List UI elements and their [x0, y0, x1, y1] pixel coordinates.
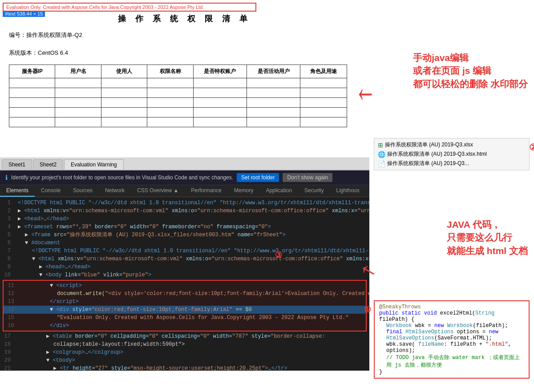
excel-icon: ⊞: [378, 141, 383, 149]
code-line: 17 ▶ <table border="0" cellpadding="0" c…: [0, 332, 369, 340]
doc-subtitle: 编号：操作系统权限清单-Q2: [9, 31, 82, 39]
set-root-folder-button[interactable]: Set root folder: [237, 173, 279, 182]
code-line: 15 "Evaluation Only. Created with Aspose…: [4, 314, 366, 322]
sheet-tab-2[interactable]: Sheet2: [33, 159, 63, 170]
circle-num-2: ②: [529, 142, 534, 153]
file-item: ⊞ 操作系统权限清单 (AU) 2019-Q3.xlsx: [378, 140, 526, 150]
tab-memory[interactable]: Memory: [228, 185, 259, 197]
java-line-4: wbk.save( fileName: filePath + ".html", …: [379, 341, 524, 354]
code-line: 19 ▶ <colgroup>…</colgroup>: [0, 348, 369, 356]
info-icon: ℹ: [5, 174, 8, 181]
sheet-tabs: Sheet1 Sheet2 Evaluation Warning: [0, 158, 369, 170]
code-line: 8 ▼ <html xmlns:v="urn:schemas-microsoft…: [0, 255, 369, 263]
java-code-box: ① @SneakyThrows public static void excel…: [374, 300, 530, 379]
file-name-other: 操作系统权限清单 (AU) 2019-Q3...: [387, 160, 469, 167]
code-line: 21 ▶ <tr height="27" style="mso-height-s…: [0, 364, 369, 371]
tab-performance[interactable]: Performance: [185, 185, 228, 197]
col-header-user: 使用人: [101, 65, 147, 78]
highlight-box-script: 11 ▼ <script> 12 document.write("<div st…: [3, 280, 367, 331]
doc-title: 操 作 系 统 权 限 清 单: [0, 13, 369, 24]
vscode-banner: ℹ Identify your project's root folder to…: [0, 170, 369, 185]
file-item: 🌐 操作系统权限清单 (AU) 2019-Q3.xlsx.html: [378, 150, 526, 159]
code-line: 6 ▼ #document: [0, 239, 369, 247]
code-line: 12 document.write("<div style='color:red…: [4, 290, 366, 298]
col-header-username: 用户名: [55, 65, 101, 78]
code-line: 11 ▼ <script>: [4, 282, 366, 290]
file-name-html: 操作系统权限清单 (AU) 2019-Q3.xlsx.html: [387, 150, 487, 158]
table-row: [9, 117, 347, 127]
java-line-5: // TODO java 手动去除 water mark ；或者页面上 用 js…: [379, 354, 524, 369]
code-line: 3 ▶ <head>…</head>: [0, 215, 369, 223]
annotation-box-1: 手动java编辑 或者在页面 js 编辑 都可以轻松的删除 水印部分: [413, 51, 528, 90]
tab-console[interactable]: Console: [35, 185, 67, 197]
tab-network[interactable]: Network: [99, 185, 131, 197]
col-header-priv: 是否特权账户: [193, 65, 247, 78]
java-line-2: Workbook wbk = new Workbook(filePath);: [379, 323, 524, 329]
dont-show-button[interactable]: Don't show again: [283, 173, 332, 182]
main-wrapper: Evaluation Only. Created with Aspose.Cel…: [0, 0, 534, 392]
col-header-active: 是否活动用户: [247, 65, 300, 78]
code-line: 7 <!DOCTYPE html PUBLIC "-//w3c//dtd xht…: [0, 247, 369, 255]
devtools-tabs: Elements Console Sources Network CSS Ove…: [0, 185, 369, 197]
code-line: 18 collapse;table-layout:fixed;width:590…: [0, 340, 369, 348]
code-line: 9 ▶ <head>…</head>: [0, 263, 369, 271]
file-icon: 📄: [378, 160, 385, 167]
code-line: 13 </script>: [4, 298, 366, 306]
java-annotation: @SneakyThrows: [379, 304, 524, 310]
code-line: 2 ▶ <html xmlns:v="urn:schemas-microsoft…: [0, 207, 369, 215]
code-line: 16 </div>: [4, 322, 366, 330]
col-header-ip: 服务器IP: [9, 65, 55, 78]
table-row: [9, 98, 347, 108]
doc-table: 服务器IP 用户名 使用人 权限名称 是否特权账户 是否活动用户 角色及用途: [9, 65, 347, 127]
file-list: ⊞ 操作系统权限清单 (AU) 2019-Q3.xlsx 🌐 操作系统权限清单 …: [374, 138, 530, 170]
code-line: 10 ▼ <body link="blue" vlink="purple">: [0, 271, 369, 279]
tab-lighthouse[interactable]: Lighthous: [330, 185, 365, 197]
col-header-perm: 权限名称: [147, 65, 193, 78]
spreadsheet-area: Evaluation Only. Created with Aspose.Cel…: [0, 0, 369, 158]
watermark-text: Evaluation Only. Created with Aspose.Cel…: [6, 4, 204, 10]
code-line: 20 ▼ <tbody>: [0, 356, 369, 364]
table-row: [9, 108, 347, 117]
tab-application[interactable]: Application: [259, 185, 298, 197]
sheet-tab-warning[interactable]: Evaluation Warning: [64, 159, 124, 170]
left-panel: Evaluation Only. Created with Aspose.Cel…: [0, 0, 369, 392]
tab-security[interactable]: Security: [298, 185, 330, 197]
annotation-text-1: 手动java编辑 或者在页面 js 编辑 都可以轻松的删除 水印部分: [413, 51, 528, 90]
code-area[interactable]: 1 <!DOCTYPE html PUBLIC "-//w3c//dtd xht…: [0, 197, 369, 371]
sheet-tab-1[interactable]: Sheet1: [2, 159, 32, 170]
code-line: 5 ▶ <frame src="操作系统权限清单 (AU) 2019-Q3.xl…: [0, 231, 369, 239]
annotation-box-2: JAVA 代码， 只需要这么几行 就能生成 html 文档: [447, 218, 528, 257]
java-line-1: public static void excel2Html(String fil…: [379, 310, 524, 323]
tab-css-overview[interactable]: CSS Overview ▲: [131, 185, 185, 197]
doc-version: 系统版本：CentOS 6.4: [9, 49, 68, 57]
col-header-role: 角色及用途: [300, 65, 347, 78]
annotation-text-2: JAVA 代码， 只需要这么几行 就能生成 html 文档: [447, 218, 528, 257]
table-row: [9, 88, 347, 98]
vscode-banner-text: Identify your project's root folder to o…: [11, 174, 233, 181]
file-item: 📄 操作系统权限清单 (AU) 2019-Q3...: [378, 159, 526, 168]
web-icon: 🌐: [378, 151, 385, 158]
file-name-excel: 操作系统权限清单 (AU) 2019-Q3.xlsx: [385, 141, 473, 149]
java-line-6: }: [379, 369, 524, 375]
code-line: 4 ▶ <frameset rows="*,39" border="0" wid…: [0, 223, 369, 231]
java-line-3: final HtmlSaveOptions options = new Html…: [379, 329, 524, 341]
table-row: [9, 78, 347, 88]
tab-sources[interactable]: Sources: [67, 185, 99, 197]
code-line-selected: 14 ▼ <div style="color:red;font-size:10p…: [4, 306, 366, 314]
tab-elements[interactable]: Elements: [0, 185, 35, 197]
code-line: 1 <!DOCTYPE html PUBLIC "-//w3c//dtd xht…: [0, 199, 369, 207]
watermark-bar: Evaluation Only. Created with Aspose.Cel…: [3, 3, 256, 12]
